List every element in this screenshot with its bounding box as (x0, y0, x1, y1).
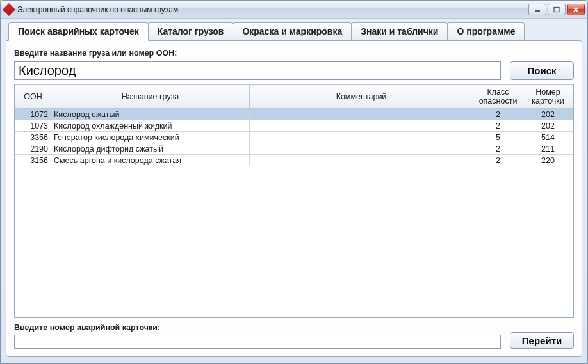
cell-card[interactable]: 202 (523, 120, 573, 132)
cell-name[interactable]: Кислорода дифторид сжатый (51, 143, 250, 155)
cell-comment[interactable] (250, 132, 473, 143)
cell-card[interactable]: 514 (523, 132, 573, 143)
cell-comment[interactable] (250, 155, 473, 166)
cell-name[interactable]: Смесь аргона и кислорода сжатая (51, 155, 250, 166)
client-area: Поиск аварийных карточек Каталог грузов … (1, 19, 587, 363)
cell-comment[interactable] (250, 120, 473, 132)
cell-class[interactable]: 2 (473, 109, 523, 120)
cell-oon[interactable]: 1073 (15, 120, 51, 132)
svg-rect-1 (554, 7, 559, 12)
col-oon[interactable]: ООН (15, 85, 51, 109)
app-window: Электронный справочник по опасным грузам… (0, 0, 588, 364)
cell-oon[interactable]: 2190 (15, 143, 51, 155)
cell-card[interactable]: 220 (523, 155, 573, 166)
tab-about[interactable]: О программе (447, 22, 525, 40)
cell-oon[interactable]: 3156 (15, 155, 51, 166)
grid-header-row: ООН Название груза Комментарий Класс опа… (15, 85, 573, 109)
cell-oon[interactable]: 1072 (15, 109, 51, 120)
table-row[interactable]: 2190Кислорода дифторид сжатый2211 (15, 143, 573, 155)
search-input[interactable] (14, 61, 501, 80)
window-title: Электронный справочник по опасным грузам (17, 5, 528, 14)
minimize-button[interactable] (528, 4, 546, 15)
card-number-group: Введите номер аварийной карточки: (14, 322, 501, 349)
cell-class[interactable]: 5 (473, 132, 523, 143)
card-number-input[interactable] (14, 335, 501, 349)
cell-name[interactable]: Кислород сжатый (51, 109, 250, 120)
tab-panel: Введите название груза или номер ООН: По… (6, 40, 582, 357)
cell-class[interactable]: 2 (473, 120, 523, 132)
cell-comment[interactable] (250, 143, 473, 155)
table-row[interactable]: 1073Кислород охлажденный жидкий2202 (15, 120, 573, 132)
search-button[interactable]: Поиск (510, 61, 574, 80)
search-prompt: Введите название груза или номер ООН: (14, 49, 574, 58)
cell-comment[interactable] (250, 109, 473, 120)
cell-class[interactable]: 2 (473, 155, 523, 166)
cell-oon[interactable]: 3356 (15, 132, 51, 143)
results-grid: ООН Название груза Комментарий Класс опа… (14, 84, 574, 318)
grid-empty-area[interactable] (15, 166, 573, 317)
search-row: Поиск (14, 61, 574, 80)
tab-marking[interactable]: Окраска и маркировка (233, 22, 352, 40)
tab-strip: Поиск аварийных карточек Каталог грузов … (8, 22, 582, 40)
bottom-row: Введите номер аварийной карточки: Перейт… (14, 322, 574, 349)
cell-name[interactable]: Кислород охлажденный жидкий (51, 120, 250, 132)
cell-card[interactable]: 211 (523, 143, 573, 155)
cell-name[interactable]: Генератор кислорода химический (51, 132, 250, 143)
tab-search-cards[interactable]: Поиск аварийных карточек (8, 22, 149, 41)
cell-card[interactable]: 202 (523, 109, 573, 120)
col-class[interactable]: Класс опасности (473, 85, 523, 109)
tab-signs[interactable]: Знаки и таблички (351, 22, 448, 40)
tab-catalog[interactable]: Каталог грузов (148, 22, 234, 40)
maximize-button[interactable] (548, 4, 566, 15)
titlebar[interactable]: Электронный справочник по опасным грузам (1, 1, 587, 19)
table-row[interactable]: 1072Кислород сжатый2202 (15, 109, 573, 120)
cell-class[interactable]: 2 (473, 143, 523, 155)
col-comment[interactable]: Комментарий (250, 85, 473, 109)
close-button[interactable] (567, 4, 585, 15)
table-row[interactable]: 3356Генератор кислорода химический5514 (15, 132, 573, 143)
table-row[interactable]: 3156Смесь аргона и кислорода сжатая2220 (15, 155, 573, 166)
col-name[interactable]: Название груза (51, 85, 250, 109)
app-icon (3, 3, 15, 16)
card-number-prompt: Введите номер аварийной карточки: (14, 323, 501, 332)
col-card[interactable]: Номер карточки (523, 85, 573, 109)
go-button[interactable]: Перейти (510, 332, 574, 349)
window-controls (528, 4, 585, 15)
